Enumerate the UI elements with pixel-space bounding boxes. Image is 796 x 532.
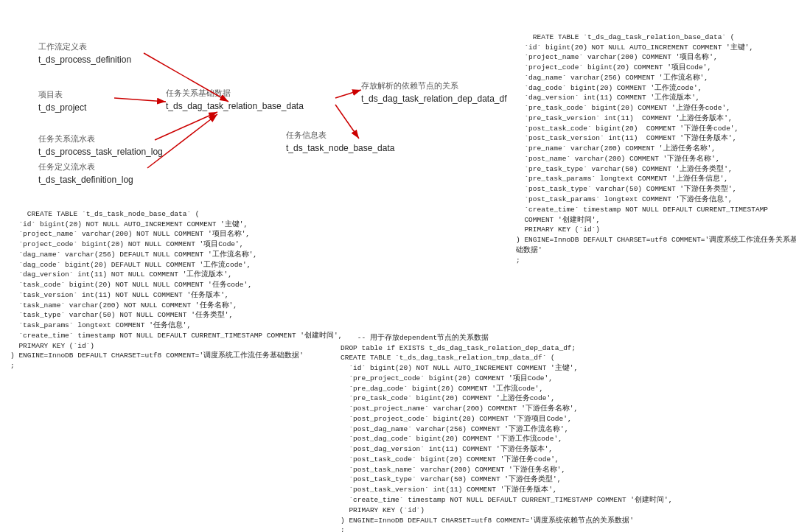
table-task-relation-base: 任务关系基础数据 t_ds_dag_task_relation_base_dat… <box>166 87 304 113</box>
code-block-task-node: CREATE TABLE `t_ds_task_node_base_data` … <box>10 199 342 382</box>
code-block-dep-data: -- 用于存放dependent节点的关系数据 DROP table if EX… <box>341 323 672 532</box>
svg-line-3 <box>155 112 217 140</box>
table-task-def-log: 任务定义流水表 t_ds_task_definition_log <box>38 161 133 186</box>
table-process-task-log: 任务关系流水表 t_ds_process_task_relation_log <box>38 133 163 158</box>
table-task-relation-dep: 存放解析的依赖节点的关系 t_ds_dag_task_relation_dep_… <box>361 80 507 105</box>
code-block-base-data: REATE TABLE `t_ds_dag_task_relation_base… <box>516 22 796 276</box>
table-process-def: 工作流定义表 t_ds_process_definition <box>38 41 131 66</box>
table-project: 项目表 t_ds_project <box>38 88 86 114</box>
table-task-node-base: 任务信息表 t_ds_task_node_base_data <box>286 129 394 155</box>
svg-line-2 <box>114 98 166 102</box>
svg-line-5 <box>335 90 361 98</box>
